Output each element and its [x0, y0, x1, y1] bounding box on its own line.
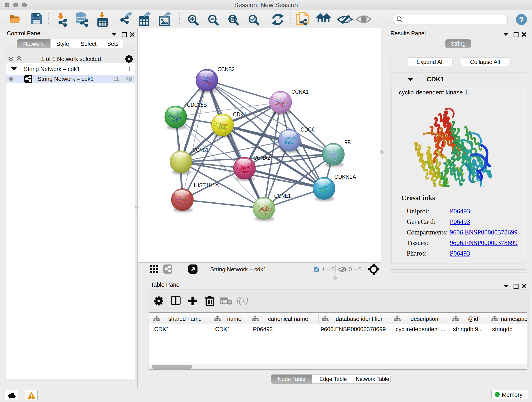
svg-text:CCNB1: CCNB1 — [192, 147, 209, 153]
svg-text:CCNB2: CCNB2 — [218, 66, 234, 72]
svg-text:RB1: RB1 — [344, 139, 353, 146]
svg-text:HIST1H1A: HIST1H1A — [194, 182, 219, 188]
svg-text:CCNE1: CCNE1 — [274, 192, 291, 199]
svg-text:CDKN1A: CDKN1A — [334, 173, 356, 180]
svg-text:CDC25B: CDC25B — [187, 102, 207, 108]
svg-text:CDC6: CDC6 — [301, 126, 315, 133]
svg-text:CDK1: CDK1 — [233, 111, 247, 118]
svg-text:CCNA2: CCNA2 — [253, 154, 270, 161]
svg-text:CCNA1: CCNA1 — [291, 89, 309, 95]
